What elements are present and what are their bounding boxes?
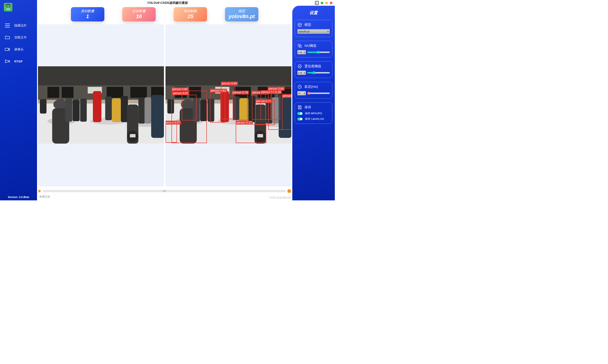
svg-point-2 bbox=[9, 6, 10, 7]
status-text: 检测完成 bbox=[39, 195, 50, 198]
model-select[interactable]: yolov8n.pt ▾ bbox=[297, 29, 330, 34]
window-controls: ≡ bbox=[315, 1, 332, 5]
app-title: YOLOv8-CSDN迪菲赫尔曼版 bbox=[147, 1, 188, 5]
iou-label: IoU阈值 bbox=[304, 44, 317, 48]
delay-slider[interactable] bbox=[307, 92, 330, 94]
setting-conf: 置信度阈值 0.25▲▼ bbox=[295, 61, 332, 78]
stats-row: 类别数量 1 目标数量 16 每秒帧数 25 模型 yolov8n.pt bbox=[38, 7, 291, 22]
rtsp-icon bbox=[5, 59, 10, 64]
watermark: CSDN @迪菲赫尔曼 bbox=[269, 196, 291, 199]
stop-button[interactable] bbox=[288, 189, 291, 193]
toggle-mp4[interactable] bbox=[297, 112, 303, 115]
setting-save: 保存 保存 MP4/JPG 保存 Labels(.txt) bbox=[295, 102, 332, 124]
svg-rect-17 bbox=[107, 87, 123, 98]
setting-iou: IoU阈值 0.45▲▼ bbox=[295, 41, 332, 57]
detection-bbox bbox=[233, 91, 248, 120]
stat-fps: 每秒帧数 25 bbox=[174, 7, 207, 22]
svg-rect-6 bbox=[5, 27, 10, 27]
detection-label: person 0.84 bbox=[268, 87, 285, 91]
delay-value-box[interactable]: 10▲▼ bbox=[297, 91, 306, 95]
detection-label: person 0.84 bbox=[221, 82, 238, 85]
svg-rect-37 bbox=[130, 134, 136, 137]
avatar bbox=[4, 3, 13, 12]
detection-label: person 0.87 bbox=[172, 91, 189, 95]
sidebar-rtsp-label: RTSP bbox=[14, 60, 23, 63]
progress-row: 0% bbox=[39, 189, 291, 193]
svg-rect-3 bbox=[6, 8, 10, 10]
main-area: 类别数量 1 目标数量 16 每秒帧数 25 模型 yolov8n.pt bbox=[37, 6, 292, 200]
detection-bbox bbox=[282, 94, 291, 130]
svg-rect-12 bbox=[38, 66, 164, 85]
hamburger-icon bbox=[5, 23, 10, 28]
video-row: person 0.57person 0.80person 0.87person … bbox=[38, 24, 291, 186]
svg-rect-25 bbox=[40, 99, 47, 114]
left-sidebar: 隐藏边栏 加载文件 摄像头 RTSP Version: 2.0-Beta bbox=[0, 0, 37, 200]
settings-panel: 设置 模型 yolov8n.pt ▾ IoU阈值 0.45▲▼ 置信度阈值 bbox=[292, 6, 335, 200]
conf-label: 置信度阈值 bbox=[304, 64, 321, 68]
svg-rect-15 bbox=[62, 87, 74, 98]
sidebar-hide[interactable]: 隐藏边栏 bbox=[0, 20, 37, 31]
cube-icon bbox=[297, 22, 302, 27]
video-detections: person 0.57person 0.80person 0.87person … bbox=[166, 24, 291, 186]
sidebar-camera-label: 摄像头 bbox=[14, 47, 24, 52]
svg-rect-5 bbox=[5, 25, 10, 26]
minimize-icon[interactable] bbox=[321, 2, 323, 4]
scene-original bbox=[38, 66, 164, 143]
svg-rect-32 bbox=[105, 96, 112, 120]
save-mp4-label: 保存 MP4/JPG bbox=[305, 112, 322, 115]
video-original bbox=[38, 24, 164, 186]
progress-bar[interactable]: 0% bbox=[43, 190, 286, 192]
detection-label: person 0.80 bbox=[171, 87, 188, 91]
maximize-icon[interactable] bbox=[325, 2, 328, 4]
detection-bbox bbox=[182, 95, 196, 120]
play-button[interactable] bbox=[39, 189, 41, 193]
iou-value-box[interactable]: 0.45▲▼ bbox=[297, 50, 306, 54]
version-text: Version: 2.0-Beta bbox=[0, 195, 37, 198]
svg-rect-30 bbox=[80, 99, 87, 122]
clock-icon bbox=[297, 84, 302, 89]
toggle-txt[interactable] bbox=[297, 117, 303, 120]
iou-slider[interactable] bbox=[307, 52, 330, 53]
check-circle-icon bbox=[297, 64, 302, 69]
conf-value-box[interactable]: 0.25▲▼ bbox=[297, 71, 306, 75]
svg-rect-4 bbox=[5, 24, 10, 24]
svg-rect-28 bbox=[65, 98, 72, 122]
svg-rect-34 bbox=[121, 96, 128, 122]
setting-model: 模型 yolov8n.pt ▾ bbox=[295, 20, 332, 37]
detection-label: person 0.78 bbox=[232, 91, 249, 94]
sidebar-load-label: 加载文件 bbox=[14, 35, 27, 39]
settings-title: 设置 bbox=[295, 10, 332, 15]
folder-icon bbox=[5, 35, 10, 40]
iou-icon bbox=[297, 43, 302, 48]
detection-label: person bbox=[282, 94, 291, 98]
svg-rect-38 bbox=[138, 97, 145, 124]
stat-classes: 类别数量 1 bbox=[71, 7, 104, 22]
svg-rect-14 bbox=[48, 87, 59, 98]
stat-model: 模型 yolov8n.pt bbox=[225, 7, 258, 22]
svg-rect-18 bbox=[130, 87, 147, 98]
save-icon bbox=[297, 105, 302, 110]
sidebar-hide-label: 隐藏边栏 bbox=[14, 23, 27, 28]
delay-label: 延迟(ms) bbox=[304, 85, 318, 89]
svg-rect-40 bbox=[151, 95, 164, 138]
model-selected: yolov8n.pt bbox=[299, 30, 309, 33]
close-icon[interactable] bbox=[330, 2, 332, 4]
sidebar-camera[interactable]: 摄像头 bbox=[0, 43, 37, 55]
model-label: 模型 bbox=[304, 23, 311, 27]
chevron-down-icon: ▾ bbox=[327, 30, 329, 33]
save-label: 保存 bbox=[304, 105, 311, 109]
detection-label: person 0.32 bbox=[236, 121, 253, 125]
camera-icon bbox=[5, 47, 10, 52]
menu-icon[interactable]: ≡ bbox=[315, 1, 319, 5]
detection-bbox bbox=[236, 124, 266, 143]
sidebar-load-file[interactable]: 加载文件 bbox=[0, 31, 37, 43]
svg-rect-33 bbox=[112, 98, 121, 122]
conf-slider[interactable] bbox=[307, 72, 330, 74]
stat-objects: 目标数量 16 bbox=[122, 7, 156, 22]
svg-rect-39 bbox=[144, 97, 151, 124]
svg-rect-31 bbox=[93, 91, 101, 122]
sidebar-rtsp[interactable]: RTSP bbox=[0, 55, 37, 67]
svg-point-10 bbox=[298, 65, 301, 68]
save-txt-label: 保存 Labels(.txt) bbox=[305, 117, 324, 121]
svg-point-1 bbox=[6, 6, 8, 7]
